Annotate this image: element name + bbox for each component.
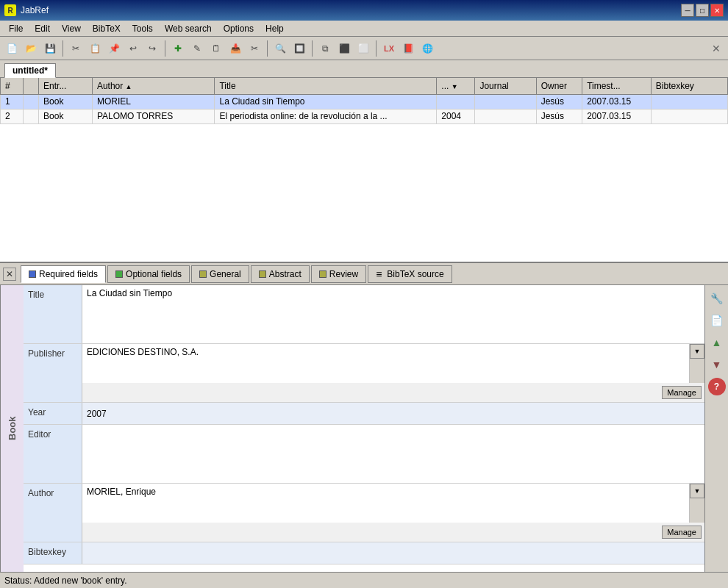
menu-bar: FileEditViewBibTeXToolsWeb searchOptions… (0, 21, 728, 37)
entry-type-label: Book (0, 285, 24, 572)
menu-item-web-search[interactable]: Web search (159, 22, 218, 35)
table-cell (437, 94, 475, 109)
entry-table: # Entr... Author ▲ Title ... ▼ Journal O… (0, 78, 728, 124)
col-header-timestamp[interactable]: Timest... (582, 78, 652, 94)
status-text: Status: Added new 'book' entry. (4, 576, 126, 586)
tab-untitled[interactable]: untitled* (4, 63, 56, 78)
new-button[interactable]: 📄 (3, 40, 21, 57)
editor-input[interactable] (82, 425, 704, 483)
col-header-journal[interactable]: Journal (475, 78, 536, 94)
col-header-author[interactable]: Author ▲ (92, 78, 215, 94)
col-header-entry[interactable]: Entr... (39, 78, 93, 94)
publisher-input[interactable] (82, 344, 689, 383)
move-up-button[interactable]: ▲ (708, 334, 726, 351)
copy-button[interactable]: 📋 (86, 40, 104, 57)
push-emacs-button[interactable]: ⬛ (335, 40, 353, 57)
table-cell (24, 94, 39, 109)
cut-button[interactable]: ✂ (67, 40, 85, 57)
col-header-owner[interactable]: Owner (536, 78, 582, 94)
paste-button[interactable]: 📌 (105, 40, 123, 57)
menu-item-edit[interactable]: Edit (29, 22, 56, 35)
maximize-button[interactable]: □ (696, 4, 709, 17)
toolbar-close[interactable]: ✕ (707, 43, 725, 54)
tab-general[interactable]: General (191, 265, 249, 283)
move-down-button[interactable]: ▼ (708, 356, 726, 373)
author-input[interactable] (82, 484, 689, 523)
tab-required-fields[interactable]: Required fields (21, 265, 106, 283)
col-header-num[interactable]: # (1, 78, 24, 94)
delete-entry-button[interactable]: 🗒 (207, 40, 225, 57)
bibtex-source-icon: ≡ (376, 268, 382, 280)
col-header-title[interactable]: Title (215, 78, 437, 94)
push-vim-button[interactable]: ⬜ (354, 40, 372, 57)
web-button[interactable]: 🌐 (418, 40, 436, 57)
toolbar-separator-3 (267, 40, 268, 57)
col-header-bibtexkey[interactable]: Bibtexkey (651, 78, 727, 94)
help-button[interactable]: ? (708, 378, 726, 395)
table-row[interactable]: 2BookPALOMO TORRESEl periodista online: … (1, 109, 728, 123)
author-label: Author (24, 484, 82, 542)
table-cell: 2004 (437, 109, 475, 123)
table-cell: 2007.03.15 (582, 109, 652, 123)
publisher-input-area: ▼ (82, 344, 704, 383)
bibtexkey-label: Bibtexkey (24, 542, 82, 564)
table-cell: Jesús (536, 94, 582, 109)
title-bar: R JabRef ─ □ ✕ (0, 0, 728, 21)
search-box-button[interactable]: 🔲 (290, 40, 308, 57)
search-button[interactable]: 🔍 (271, 40, 289, 57)
redo-button[interactable]: ↪ (143, 40, 161, 57)
menu-item-view[interactable]: View (56, 22, 87, 35)
menu-item-file[interactable]: File (3, 22, 29, 35)
publisher-manage-button[interactable]: Manage (662, 386, 702, 399)
add-entry-button[interactable]: ✚ (169, 40, 187, 57)
title-input[interactable] (82, 285, 704, 343)
publisher-dropdown-button[interactable]: ▼ (690, 344, 704, 359)
bibtexkey-input[interactable] (82, 542, 704, 564)
title-text: JabRef (21, 5, 49, 15)
author-manage-button[interactable]: Manage (662, 526, 702, 539)
menu-item-help[interactable]: Help (260, 22, 290, 35)
tools-button[interactable]: 🔧 (708, 290, 726, 307)
tab-abstract[interactable]: Abstract (251, 265, 310, 283)
publisher-actions: ▼ (689, 344, 704, 383)
minimize-button[interactable]: ─ (681, 4, 694, 17)
tab-bibtex-source[interactable]: ≡ BibTeX source (368, 265, 452, 283)
table-cell (24, 109, 39, 123)
title-controls: ─ □ ✕ (681, 4, 724, 17)
save-button[interactable]: 💾 (41, 40, 59, 57)
author-dropdown-button[interactable]: ▼ (690, 484, 704, 498)
close-panel-button[interactable]: ✕ (3, 268, 16, 281)
undo-button[interactable]: ↩ (124, 40, 142, 57)
pdf-button[interactable]: 📕 (399, 40, 417, 57)
book-button[interactable]: 📄 (708, 312, 726, 329)
table-cell: PALOMO TORRES (92, 109, 215, 123)
close-button[interactable]: ✕ (710, 4, 724, 17)
table-cell: Jesús (536, 109, 582, 123)
edit-entry-button[interactable]: ✎ (188, 40, 206, 57)
author-input-area: ▼ (82, 484, 704, 523)
menu-item-options[interactable]: Options (218, 22, 260, 35)
tab-optional-fields[interactable]: Optional fields (107, 265, 190, 283)
col-header-more[interactable]: ... ▼ (437, 78, 475, 94)
tab-bar: untitled* (0, 60, 728, 78)
import-button[interactable]: 📥 (226, 40, 244, 57)
title-label: Title (24, 285, 82, 343)
tab-review[interactable]: Review (311, 265, 366, 283)
col-header-icon[interactable] (24, 78, 39, 94)
entry-form: Book Title Publisher ▼ (0, 285, 728, 572)
export-button[interactable]: ✂ (246, 40, 263, 57)
bibtexkey-field-row: Bibtexkey (24, 542, 704, 564)
review-color-box (319, 270, 326, 278)
open-button[interactable]: 📂 (22, 40, 40, 57)
table-row[interactable]: 1BookMORIELLa Ciudad sin TiempoJesús2007… (1, 94, 728, 109)
year-input[interactable] (82, 403, 704, 424)
toolbar-separator-5 (376, 40, 377, 57)
panel-header: ✕ Required fields Optional fields Genera… (0, 263, 728, 285)
copy-key-button[interactable]: ⧉ (316, 40, 334, 57)
latex-button[interactable]: LX (380, 40, 398, 57)
table-cell: 2007.03.15 (582, 94, 652, 109)
table-cell (651, 94, 727, 109)
menu-item-bibtex[interactable]: BibTeX (87, 22, 126, 35)
menu-item-tools[interactable]: Tools (126, 22, 159, 35)
status-bar: Status: Added new 'book' entry. (0, 572, 728, 588)
